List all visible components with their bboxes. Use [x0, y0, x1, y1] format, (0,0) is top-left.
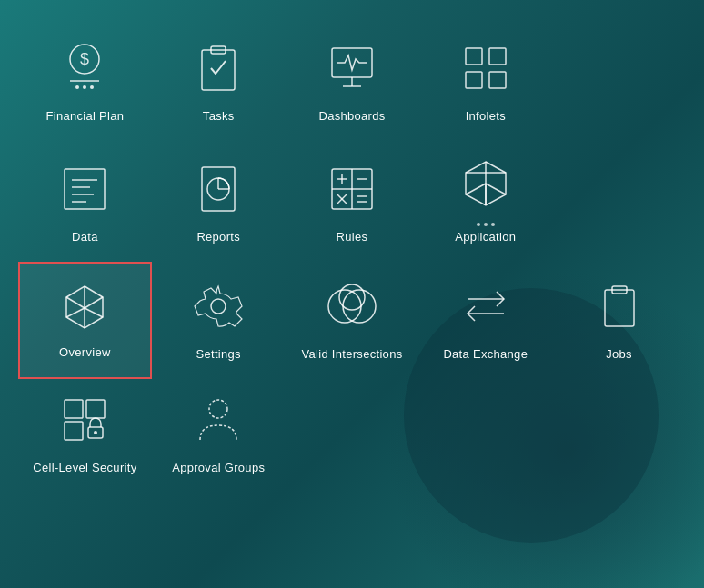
- svg-point-50: [339, 284, 365, 310]
- dashboards-label: Dashboards: [318, 109, 385, 123]
- menu-item-data[interactable]: Data: [18, 141, 152, 262]
- menu-item-financial-plan[interactable]: $ Financial Plan: [18, 27, 152, 141]
- menu-grid: $ Financial Plan Ta: [0, 0, 704, 588]
- menu-item-tasks[interactable]: Tasks: [152, 27, 286, 141]
- jobs-icon: [588, 274, 651, 338]
- rules-label: Rules: [337, 230, 368, 244]
- menu-item-settings[interactable]: Settings: [152, 262, 286, 379]
- menu-item-dashboards[interactable]: Dashboards: [286, 27, 419, 141]
- svg-rect-12: [489, 48, 506, 65]
- dashboards-icon: [320, 36, 384, 100]
- rules-icon: [320, 157, 384, 221]
- menu-item-cell-level-security[interactable]: Cell-Level Security: [18, 379, 152, 493]
- svg-rect-15: [65, 169, 105, 209]
- cell-level-security-label: Cell-Level Security: [33, 461, 136, 474]
- menu-item-infolets[interactable]: Infolets: [418, 27, 552, 141]
- app-background: $ Financial Plan Ta: [0, 0, 704, 588]
- svg-line-42: [66, 297, 85, 308]
- svg-rect-55: [65, 400, 83, 418]
- data-exchange-icon: [454, 274, 518, 338]
- svg-line-37: [466, 184, 486, 194]
- svg-point-48: [328, 290, 361, 323]
- overview-icon: [53, 273, 116, 336]
- valid-intersections-label: Valid Intersections: [302, 347, 403, 361]
- svg-rect-56: [86, 400, 105, 418]
- data-exchange-label: Data Exchange: [443, 347, 528, 361]
- application-label: Application: [455, 230, 516, 244]
- menu-item-jobs[interactable]: Jobs: [552, 262, 686, 379]
- tasks-icon: [186, 36, 250, 100]
- financial-plan-icon: $: [53, 36, 116, 100]
- svg-line-45: [66, 308, 85, 317]
- svg-point-49: [343, 290, 376, 323]
- infolets-label: Infolets: [466, 109, 506, 123]
- svg-text:$: $: [80, 50, 89, 68]
- svg-point-59: [94, 431, 97, 434]
- menu-item-placeholder2: [552, 141, 686, 262]
- jobs-label: Jobs: [606, 347, 632, 361]
- svg-rect-57: [65, 422, 83, 440]
- application-dots: [477, 223, 495, 226]
- reports-label: Reports: [196, 230, 240, 244]
- menu-item-approval-groups[interactable]: Approval Groups: [152, 379, 286, 493]
- data-label: Data: [72, 230, 98, 244]
- svg-rect-14: [489, 72, 506, 88]
- infolets-icon: [454, 36, 518, 100]
- valid-intersections-icon: [320, 274, 384, 338]
- settings-label: Settings: [196, 347, 241, 361]
- data-icon: [53, 157, 116, 221]
- svg-point-60: [209, 400, 227, 418]
- svg-point-5: [90, 85, 94, 89]
- svg-rect-11: [466, 48, 482, 65]
- reports-icon: [186, 157, 250, 221]
- svg-line-46: [85, 308, 103, 317]
- svg-line-43: [85, 297, 103, 308]
- menu-item-placeholder1: [552, 27, 686, 141]
- overview-label: Overview: [59, 345, 111, 359]
- svg-point-3: [75, 85, 79, 89]
- tasks-label: Tasks: [203, 109, 235, 123]
- cell-level-security-icon: [53, 388, 116, 452]
- svg-point-47: [211, 299, 226, 314]
- menu-item-application[interactable]: Application: [418, 141, 552, 262]
- menu-item-rules[interactable]: Rules: [286, 141, 419, 262]
- menu-item-data-exchange[interactable]: Data Exchange: [418, 262, 552, 379]
- financial-plan-label: Financial Plan: [45, 109, 124, 123]
- svg-rect-13: [466, 72, 482, 88]
- application-icon: [454, 150, 518, 214]
- approval-groups-label: Approval Groups: [172, 461, 265, 474]
- svg-point-4: [83, 85, 86, 89]
- menu-item-overview[interactable]: Overview: [18, 262, 152, 379]
- svg-rect-53: [605, 290, 634, 326]
- approval-groups-icon: [186, 388, 250, 452]
- menu-item-valid-intersections[interactable]: Valid Intersections: [286, 262, 419, 379]
- svg-line-38: [486, 184, 506, 194]
- settings-icon: [186, 274, 250, 338]
- menu-item-reports[interactable]: Reports: [152, 141, 286, 262]
